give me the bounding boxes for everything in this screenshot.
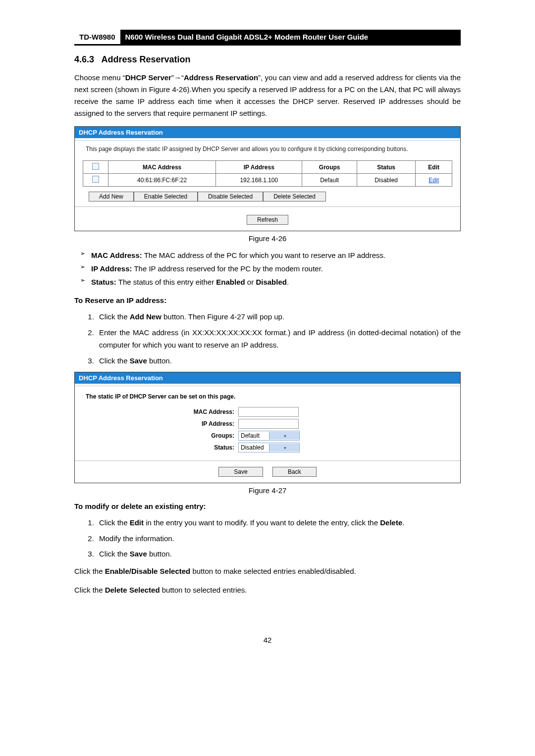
enable-selected-button[interactable]: Enable Selected	[134, 192, 198, 202]
col-mac: MAC Address	[108, 161, 216, 174]
reserve-heading: To Reserve an IP address:	[74, 295, 461, 306]
select-groups-value: Default	[239, 432, 269, 439]
bullet-ip: IP Address: The IP address reserved for …	[91, 262, 461, 275]
mod-step-1: Click the Edit in the entry you want to …	[96, 516, 461, 529]
save-button[interactable]: Save	[218, 467, 263, 477]
section-title: Address Reservation	[101, 54, 190, 64]
row-status: Status: Disabled ▾	[86, 443, 449, 453]
select-all-checkbox[interactable]	[92, 163, 99, 170]
delete-selected-button[interactable]: Delete Selected	[263, 192, 326, 202]
section-number: 4.6.3	[74, 54, 94, 64]
select-status[interactable]: Disabled ▾	[238, 443, 300, 453]
action-button-row: Add New Enable Selected Disable Selected…	[89, 192, 460, 202]
step-1: Click the Add New button. Then Figure 4-…	[96, 310, 461, 323]
field-descriptions: MAC Address: The MAC address of the PC f…	[74, 249, 461, 289]
panel-description: This page displays the static IP assigne…	[75, 141, 460, 157]
label-status: Status:	[86, 444, 238, 451]
panel-title-2: DHCP Address Reservation	[75, 372, 460, 384]
cell-ip: 192.168.1.100	[216, 174, 302, 187]
intro-paragraph: Choose menu “DHCP Server”→“Address Reser…	[74, 72, 461, 119]
row-groups: Groups: Default ▾	[86, 431, 449, 441]
cell-groups: Default	[302, 174, 357, 187]
figure-caption-27: Figure 4-27	[74, 486, 461, 495]
reservation-table: MAC Address IP Address Groups Status Edi…	[83, 160, 452, 187]
fig-dhcp-form-panel: DHCP Address Reservation The static IP o…	[74, 372, 461, 483]
row-checkbox[interactable]	[92, 176, 99, 183]
refresh-button[interactable]: Refresh	[247, 215, 288, 225]
row-mac: MAC Address:	[86, 407, 449, 417]
mod-step-3: Click the Save button.	[96, 548, 461, 560]
enable-disable-note: Click the Enable/Disable Selected button…	[74, 565, 461, 577]
disable-selected-button[interactable]: Disable Selected	[198, 192, 263, 202]
doc-header: TD-W8980 N600 Wireless Dual Band Gigabit…	[74, 30, 461, 46]
delete-selected-note: Click the Delete Selected button to sele…	[74, 584, 461, 596]
panel-title: DHCP Address Reservation	[75, 127, 460, 138]
modify-steps: Click the Edit in the entry you want to …	[74, 516, 461, 560]
chevron-down-icon: ▾	[269, 444, 300, 452]
step-2: Enter the MAC address (in XX:XX:XX:XX:XX…	[96, 326, 461, 352]
select-groups[interactable]: Default ▾	[238, 431, 300, 441]
label-ip: IP Address:	[86, 420, 238, 427]
doc-title: N600 Wireless Dual Band Gigabit ADSL2+ M…	[120, 30, 461, 44]
form-description: The static IP of DHCP Server can be set …	[86, 393, 449, 400]
section-heading: 4.6.3 Address Reservation	[74, 54, 461, 65]
input-ip[interactable]	[238, 419, 299, 429]
col-status: Status	[357, 161, 416, 174]
table-header-row: MAC Address IP Address Groups Status Edi…	[83, 161, 452, 174]
step-3: Click the Save button.	[96, 354, 461, 367]
modify-heading: To modify or delete an existing entry:	[74, 501, 461, 512]
cell-status: Disabled	[357, 174, 416, 187]
mod-step-2: Modify the information.	[96, 532, 461, 545]
model-badge: TD-W8980	[74, 30, 120, 44]
row-ip: IP Address:	[86, 419, 449, 429]
col-groups: Groups	[302, 161, 357, 174]
select-status-value: Disabled	[239, 444, 269, 451]
bullet-mac: MAC Address: The MAC address of the PC f…	[91, 249, 461, 262]
col-ip: IP Address	[216, 161, 302, 174]
label-mac: MAC Address:	[86, 408, 238, 415]
reserve-steps: Click the Add New button. Then Figure 4-…	[74, 310, 461, 367]
input-mac[interactable]	[238, 407, 299, 417]
label-groups: Groups:	[86, 432, 238, 439]
figure-caption-26: Figure 4-26	[74, 234, 461, 243]
edit-link[interactable]: Edit	[428, 177, 439, 184]
page-number: 42	[74, 636, 461, 644]
col-edit: Edit	[416, 161, 452, 174]
table-row: 40:61:86:FC:6F:22 192.168.1.100 Default …	[83, 174, 452, 187]
back-button[interactable]: Back	[272, 467, 317, 477]
bullet-status: Status: The status of this entry either …	[91, 275, 461, 289]
fig-dhcp-list-panel: DHCP Address Reservation This page displ…	[74, 126, 461, 231]
chevron-down-icon: ▾	[269, 432, 300, 440]
add-new-button[interactable]: Add New	[89, 192, 134, 202]
cell-mac: 40:61:86:FC:6F:22	[108, 174, 216, 187]
